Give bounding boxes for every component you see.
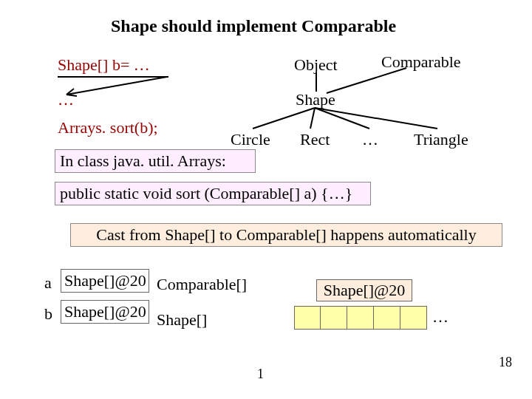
svg-line-8 <box>315 108 369 129</box>
svg-line-5 <box>327 68 406 93</box>
array-cell <box>400 306 427 330</box>
array-cell <box>347 306 374 330</box>
var-b-value: Shape[]@20 <box>61 300 149 324</box>
array-cell <box>321 306 347 330</box>
page-number: 18 <box>499 355 512 370</box>
svg-line-9 <box>315 108 437 129</box>
object-cells: … <box>294 306 454 330</box>
tree-edges <box>222 52 488 140</box>
caption-sort-sig: public static void sort (Comparable[] a)… <box>55 182 371 205</box>
type-comparable-arr: Comparable[] <box>157 275 247 294</box>
type-shape-arr: Shape[] <box>157 310 207 330</box>
svg-line-6 <box>253 108 315 129</box>
svg-line-1 <box>66 77 167 95</box>
var-b-label: b <box>44 304 52 324</box>
var-a-value: Shape[]@20 <box>61 269 149 293</box>
array-cell <box>294 306 321 330</box>
caption-auto-cast: Cast from Shape[] to Comparable[] happen… <box>70 223 502 247</box>
svg-line-7 <box>310 108 315 129</box>
svg-line-3 <box>66 95 77 96</box>
page-title: Shape should implement Comparable <box>111 16 396 36</box>
object-header: Shape[]@20 <box>316 279 412 301</box>
code-line-3: Arrays. sort(b); <box>58 118 158 137</box>
array-cell-ellipsis: … <box>427 306 454 330</box>
bottom-number: 1 <box>257 366 264 382</box>
caption-arrays-class: In class java. util. Arrays: <box>55 149 256 173</box>
arrow-underline-l1 <box>58 66 176 99</box>
array-cell <box>374 306 400 330</box>
var-a-label: a <box>44 273 52 293</box>
